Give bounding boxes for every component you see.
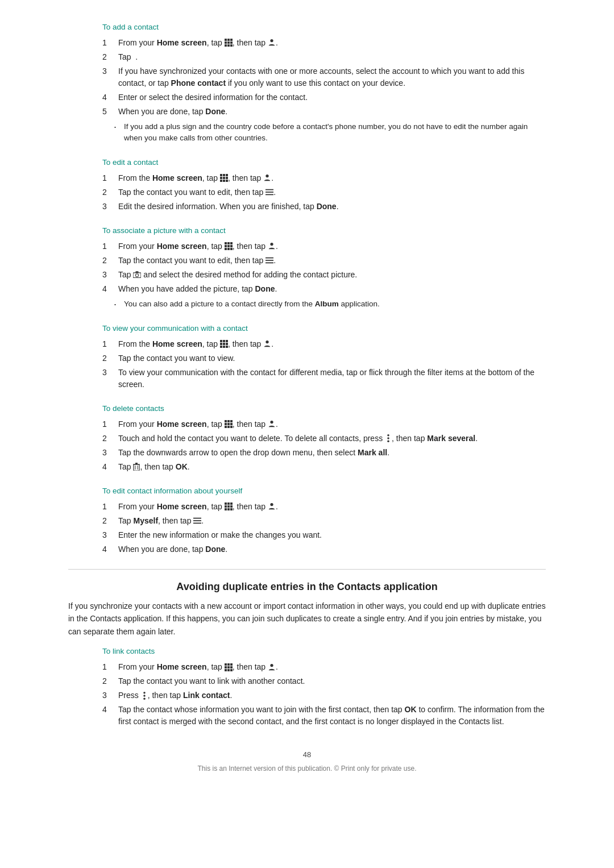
page-footer: 48 This is an Internet version of this p…	[68, 750, 546, 790]
step-text: From your Home screen, tap , then tap .	[118, 418, 546, 430]
list-item: 1 From your Home screen, tap , then tap …	[102, 661, 546, 673]
grid-icon	[225, 242, 233, 250]
step-number: 1	[102, 338, 118, 350]
svg-rect-10	[220, 174, 222, 176]
step-text: Tap .	[118, 51, 546, 63]
svg-rect-20	[265, 189, 273, 190]
step-number: 2	[102, 515, 118, 527]
list-item: 2 Tap the contact you want to link with …	[102, 675, 546, 687]
step-number: 1	[102, 240, 118, 252]
menu-icon	[265, 189, 273, 196]
svg-rect-16	[220, 180, 222, 182]
svg-rect-64	[135, 463, 138, 464]
step-number: 1	[102, 661, 118, 673]
svg-rect-23	[225, 242, 227, 244]
list-item: 4 Tap , then tap OK.	[102, 461, 546, 473]
note-bullet: ·	[114, 121, 124, 144]
step-number: 3	[102, 269, 118, 281]
step-text: Tap the contact you want to edit, then t…	[118, 255, 546, 267]
more-icon	[385, 434, 392, 442]
step-number: 2	[102, 433, 118, 445]
svg-rect-35	[265, 262, 273, 263]
list-item: 2 Tap the contact you want to edit, then…	[102, 186, 546, 198]
svg-point-59	[387, 434, 389, 437]
step-text: Tap the contact you want to link with an…	[118, 675, 546, 687]
step-text: From your Home screen, tap , then tap .	[118, 661, 546, 673]
svg-rect-21	[265, 192, 273, 193]
svg-rect-5	[230, 41, 233, 44]
step-list-link: 1 From your Home screen, tap , then tap …	[102, 661, 546, 728]
step-number: 3	[102, 529, 118, 541]
svg-rect-2	[230, 39, 233, 41]
svg-rect-42	[220, 343, 222, 345]
svg-rect-52	[225, 423, 227, 425]
section-edit-contact: To edit a contact 1 From the Home screen…	[68, 158, 546, 213]
list-item: 3 If you have synchronized your contacts…	[102, 65, 546, 89]
svg-point-76	[270, 503, 273, 506]
section-title-yourself: To edit contact information about yourse…	[102, 487, 546, 495]
list-item: 2 Touch and hold the contact you want to…	[102, 433, 546, 445]
grid-icon	[225, 502, 233, 510]
list-item: 4 Tap the contact whose information you …	[102, 704, 546, 728]
step-number: 3	[102, 447, 118, 459]
step-number: 4	[102, 461, 118, 473]
svg-rect-41	[226, 340, 228, 342]
menu-icon	[193, 517, 201, 524]
svg-rect-18	[226, 180, 228, 182]
person-icon	[263, 174, 271, 182]
step-number: 1	[102, 37, 118, 49]
step-number: 3	[102, 367, 118, 391]
step-number: 1	[102, 172, 118, 184]
step-list-picture: 1 From your Home screen, tap , then tap …	[102, 240, 546, 295]
step-number: 4	[102, 283, 118, 295]
step-text: Edit the desired information. When you a…	[118, 201, 546, 213]
svg-point-37	[136, 273, 139, 276]
grid-icon	[220, 174, 228, 182]
section-title-picture: To associate a picture with a contact	[102, 226, 546, 235]
svg-rect-70	[225, 505, 227, 508]
list-item: 2 Tap the contact you want to view.	[102, 352, 546, 364]
svg-rect-6	[225, 44, 227, 47]
svg-rect-78	[193, 521, 201, 522]
section-edit-yourself: To edit contact information about yourse…	[68, 487, 546, 555]
step-text: When you have added the picture, tap Don…	[118, 283, 546, 295]
list-item: 1 From your Home screen, tap , then tap …	[102, 240, 546, 252]
step-number: 2	[102, 352, 118, 364]
step-number: 4	[102, 92, 118, 103]
step-text: Press , then tap Link contact.	[118, 690, 546, 701]
step-text: Tap Myself, then tap .	[118, 515, 546, 527]
svg-rect-81	[227, 663, 230, 666]
svg-rect-75	[230, 508, 233, 510]
avoiding-duplicates-paragraph: If you synchronize your contacts with a …	[68, 600, 546, 638]
svg-rect-29	[225, 248, 227, 250]
svg-rect-46	[223, 346, 225, 348]
person-icon	[268, 39, 276, 47]
trash-icon	[133, 463, 140, 471]
grid-icon	[225, 663, 233, 671]
step-number: 4	[102, 704, 118, 728]
step-number: 1	[102, 501, 118, 513]
step-number: 2	[102, 675, 118, 687]
section-title-link: To link contacts	[102, 647, 546, 655]
svg-rect-40	[223, 340, 225, 342]
list-item: 3 Press , then tap Link contact.	[102, 690, 546, 701]
svg-rect-33	[265, 258, 273, 259]
svg-rect-87	[227, 669, 230, 671]
svg-rect-34	[265, 260, 273, 261]
list-item: 3 Edit the desired information. When you…	[102, 201, 546, 213]
svg-point-91	[143, 695, 146, 697]
list-item: 3 Tap the downwards arrow to open the dr…	[102, 447, 546, 459]
svg-point-9	[270, 39, 273, 42]
svg-rect-0	[225, 39, 227, 41]
svg-rect-4	[227, 41, 230, 44]
svg-rect-88	[230, 669, 233, 671]
list-item: 1 From your Home screen, tap , then tap …	[102, 501, 546, 513]
svg-point-19	[266, 175, 269, 177]
svg-rect-84	[227, 666, 230, 668]
svg-rect-74	[227, 508, 230, 510]
svg-rect-71	[227, 505, 230, 508]
section-add-contact: To add a contact 1 From your Home screen…	[68, 23, 546, 144]
svg-rect-13	[220, 177, 222, 179]
svg-point-60	[387, 438, 389, 440]
more-icon	[141, 692, 148, 700]
